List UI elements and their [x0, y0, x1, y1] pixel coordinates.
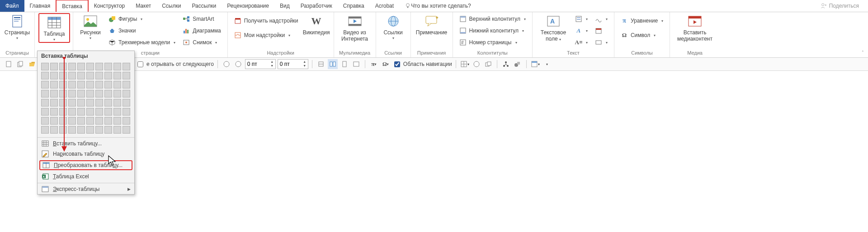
table-grid-cell[interactable] — [77, 81, 85, 88]
tab-home[interactable]: Главная — [24, 0, 56, 12]
table-grid-cell[interactable] — [86, 117, 94, 125]
tab-developer[interactable]: Разработчик — [295, 0, 338, 12]
table-grid-cell[interactable] — [123, 81, 130, 88]
table-grid-cell[interactable] — [77, 126, 85, 134]
table-grid-cell[interactable] — [59, 108, 67, 116]
table-grid-cell[interactable] — [95, 126, 103, 134]
table-grid-cell[interactable] — [104, 72, 112, 79]
tell-me[interactable]: Что вы хотите сделать? — [399, 0, 476, 12]
table-grid-cell[interactable] — [59, 117, 67, 125]
qat-circle[interactable] — [472, 59, 481, 69]
table-grid-cell[interactable] — [41, 117, 49, 125]
mediacontent-button[interactable]: Вставить медиаконтент — [673, 13, 717, 42]
table-grid-cell[interactable] — [68, 81, 76, 88]
qat-tableicon[interactable]: ▾ — [530, 59, 540, 69]
table-grid-cell[interactable] — [113, 90, 121, 97]
table-grid-cell[interactable] — [50, 108, 58, 116]
table-grid-cell[interactable] — [95, 108, 103, 116]
spacing-before-input[interactable] — [245, 61, 269, 67]
table-grid-cell[interactable] — [113, 126, 121, 134]
share-button[interactable]: Поделиться — [821, 0, 868, 12]
table-grid-cell[interactable] — [77, 108, 85, 116]
table-grid-cell[interactable] — [50, 63, 58, 70]
qat-radio1[interactable] — [222, 59, 231, 69]
table-grid-cell[interactable] — [113, 72, 121, 79]
qat-spacing-after[interactable]: ▲▼ — [278, 59, 308, 69]
qat-misc1[interactable] — [316, 59, 326, 69]
object-button[interactable]: ▾ — [593, 37, 609, 47]
table-grid-cell[interactable] — [104, 63, 112, 70]
table-grid-cell[interactable] — [86, 81, 94, 88]
3dmodels-button[interactable]: Трехмерные модели▾ — [107, 37, 177, 47]
qat-navpane[interactable]: Область навигации — [392, 60, 452, 69]
table-insert-grid[interactable] — [38, 61, 134, 136]
insert-table-item[interactable]: Вставить таблицу... — [38, 139, 134, 148]
table-grid-cell[interactable] — [68, 90, 76, 97]
qat-pi[interactable]: π ▾ — [369, 59, 379, 69]
table-grid-cell[interactable] — [123, 90, 130, 97]
table-grid-cell[interactable] — [68, 117, 76, 125]
qat-printlayout[interactable] — [340, 59, 349, 69]
qat-table-grid[interactable]: ▾ — [460, 59, 470, 69]
online-video-button[interactable]: Видео из Интернета — [337, 13, 373, 42]
table-grid-cell[interactable] — [113, 117, 121, 125]
qat-keepwithnext[interactable]: е отрывать от следующего — [136, 60, 214, 69]
signature-button[interactable]: ▾ — [593, 14, 609, 24]
table-grid-cell[interactable] — [113, 81, 121, 88]
draw-table-item[interactable]: Нарисовать таблицу — [38, 148, 134, 159]
tab-references[interactable]: Ссылки — [156, 0, 186, 12]
symbol-button[interactable]: Ω Символ▾ — [619, 30, 665, 40]
table-grid-cell[interactable] — [68, 108, 76, 116]
tab-acrobat[interactable]: Acrobat — [370, 0, 399, 12]
table-grid-cell[interactable] — [41, 108, 49, 116]
table-grid-cell[interactable] — [50, 72, 58, 79]
table-grid-cell[interactable] — [77, 99, 85, 107]
table-grid-cell[interactable] — [86, 99, 94, 107]
qat-radio2[interactable] — [233, 59, 243, 69]
shapes-button[interactable]: Фигуры▾ — [107, 14, 177, 24]
table-grid-cell[interactable] — [59, 81, 67, 88]
wordart-button[interactable]: A▾ — [573, 26, 590, 36]
quick-tables-item[interactable]: Экспресс-таблицы ▶ — [38, 184, 134, 194]
table-grid-cell[interactable] — [59, 90, 67, 97]
table-grid-cell[interactable] — [123, 63, 130, 70]
qat-weblayout[interactable] — [351, 59, 361, 69]
smartart-button[interactable]: SmartArt — [181, 14, 222, 24]
table-grid-cell[interactable] — [113, 108, 121, 116]
footer-button[interactable]: Нижний колонтитул▾ — [458, 26, 528, 36]
table-grid-cell[interactable] — [104, 108, 112, 116]
comment-button[interactable]: ✦ Примечание — [414, 13, 450, 36]
table-grid-cell[interactable] — [77, 90, 85, 97]
table-grid-cell[interactable] — [95, 81, 103, 88]
table-grid-cell[interactable] — [104, 126, 112, 134]
table-grid-cell[interactable] — [68, 72, 76, 79]
table-grid-cell[interactable] — [123, 99, 130, 107]
qat-copy[interactable] — [15, 59, 25, 69]
table-grid-cell[interactable] — [59, 72, 67, 79]
qat-spacing-before[interactable]: ▲▼ — [245, 59, 276, 69]
table-grid-cell[interactable] — [41, 81, 49, 88]
table-grid-cell[interactable] — [77, 63, 85, 70]
table-grid-cell[interactable] — [41, 99, 49, 107]
table-grid-cell[interactable] — [68, 126, 76, 134]
qat-layers[interactable] — [483, 59, 493, 69]
table-grid-cell[interactable] — [86, 72, 94, 79]
table-grid-cell[interactable] — [50, 90, 58, 97]
table-grid-cell[interactable] — [86, 126, 94, 134]
qat-open[interactable] — [27, 59, 37, 69]
table-grid-cell[interactable] — [95, 90, 103, 97]
table-grid-cell[interactable] — [41, 126, 49, 134]
table-grid-cell[interactable] — [86, 63, 94, 70]
table-grid-cell[interactable] — [50, 99, 58, 107]
table-grid-cell[interactable] — [95, 117, 103, 125]
my-addins-button[interactable]: Мои надстройки▾ — [232, 30, 300, 40]
header-button[interactable]: Верхний колонтитул▾ — [458, 14, 528, 24]
table-grid-cell[interactable] — [123, 108, 130, 116]
table-button[interactable]: Таблица ▾ — [40, 14, 69, 42]
qat-shapes[interactable] — [513, 59, 523, 69]
pagenumber-button[interactable]: # Номер страницы▾ — [458, 37, 528, 47]
spacing-after-input[interactable] — [278, 61, 302, 67]
tab-review[interactable]: Рецензирование — [222, 0, 274, 12]
table-grid-cell[interactable] — [104, 81, 112, 88]
dropcap-button[interactable]: A≡▾ — [573, 37, 590, 47]
